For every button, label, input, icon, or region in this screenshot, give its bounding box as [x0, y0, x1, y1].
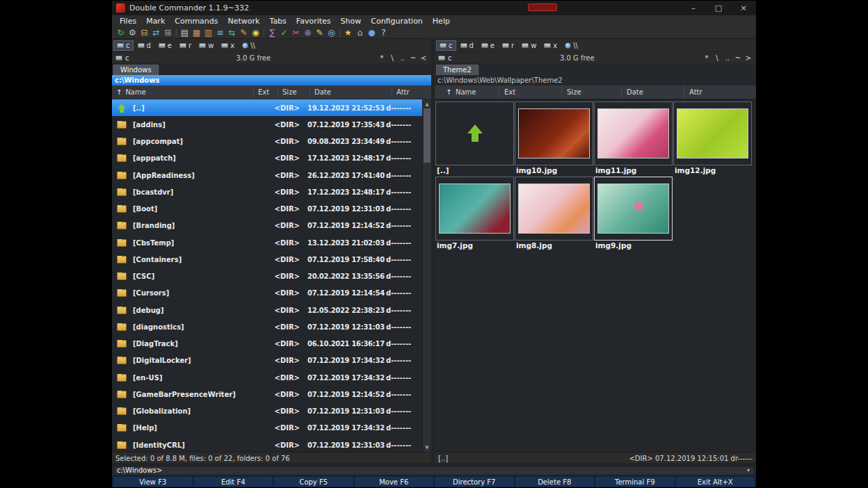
drive-d-button[interactable]: d — [457, 40, 477, 51]
menu-files[interactable]: Files — [115, 17, 141, 26]
fkey-delete-f8-button[interactable]: Delete F8 — [515, 477, 595, 487]
column-header-ext[interactable]: Ext — [254, 86, 278, 99]
fkey-view-f3-button[interactable]: View F3 — [113, 477, 193, 487]
scroll-up-icon[interactable]: ▲ — [423, 99, 431, 108]
left-scrollbar[interactable]: ▲ ▼ — [422, 99, 431, 452]
pack-icon[interactable]: ▦ — [191, 27, 202, 38]
file-row[interactable]: [AppReadiness]<DIR>26.12.2023 17:41:40d-… — [112, 167, 422, 184]
parent-dir-button[interactable]: .. — [399, 54, 407, 62]
home-dir-button[interactable]: ~ — [734, 54, 742, 62]
drive-x-button[interactable]: x — [218, 40, 238, 51]
fkey-terminal-f9-button[interactable]: Terminal F9 — [595, 477, 675, 487]
home-dir-icon[interactable]: ⌂ — [354, 27, 366, 38]
right-path-bar[interactable]: c:\Windows\Web\Wallpaper\Theme2 — [435, 75, 756, 86]
equal-panels-icon[interactable]: ⊞ — [162, 27, 174, 38]
fkey-move-f6-button[interactable]: Move F6 — [355, 477, 434, 487]
copy-names-icon[interactable]: ▤ — [179, 27, 191, 38]
scrollbar-thumb[interactable] — [424, 108, 431, 163]
column-header-ext[interactable]: Ext — [504, 86, 515, 99]
fkey-copy-f5-button[interactable]: Copy F5 — [274, 477, 353, 487]
fkey-exit-alt-x-button[interactable]: Exit Alt+X — [676, 477, 755, 487]
history-forward-button[interactable]: > — [744, 54, 753, 62]
file-row[interactable]: [Branding]<DIR>07.12.2019 12:14:52d-----… — [112, 218, 422, 234]
drive-w-button[interactable]: w — [518, 40, 540, 51]
column-header-name[interactable]: Name — [456, 86, 476, 99]
scroll-down-icon[interactable]: ▼ — [423, 443, 431, 452]
favorites-icon[interactable]: ★ — [342, 27, 354, 38]
directory-tree-icon[interactable]: ⊟ — [138, 27, 150, 38]
thumbnail-cell[interactable]: img11.jpg — [594, 101, 673, 175]
command-line-input[interactable]: c:\Windows> ▾ — [113, 466, 755, 475]
thumbnail-cell[interactable]: img10.jpg — [515, 101, 593, 175]
file-row[interactable]: [CbsTemp]<DIR>13.12.2023 21:02:03d------… — [112, 234, 422, 251]
unpack-icon[interactable]: ▥ — [202, 27, 214, 38]
file-row[interactable]: [Cursors]<DIR>07.12.2019 12:14:54d------… — [112, 285, 422, 302]
file-row[interactable]: [bcastdvr]<DIR>17.12.2023 12:48:17d-----… — [112, 184, 422, 200]
multi-rename-icon[interactable]: ✎ — [238, 27, 250, 38]
drive-network-button[interactable]: \\ — [561, 40, 581, 51]
compare-contents-icon[interactable]: ≡ — [214, 27, 226, 38]
file-row[interactable]: [addins]<DIR>07.12.2019 17:35:43d------- — [112, 116, 422, 133]
drive-w-button[interactable]: w — [195, 40, 217, 51]
drive-x-button[interactable]: x — [540, 40, 561, 51]
thumbnail-cell[interactable]: img12.jpg — [673, 101, 752, 175]
history-back-button[interactable]: < — [419, 54, 428, 62]
drive-c-button[interactable]: c — [113, 40, 134, 51]
thumbnail-cell[interactable]: img8.jpg — [515, 177, 593, 250]
drive-network-button[interactable]: \\ — [239, 40, 259, 51]
menu-help[interactable]: Help — [428, 17, 455, 26]
search-icon[interactable]: ◉ — [250, 27, 262, 38]
menu-show[interactable]: Show — [336, 17, 367, 26]
network-connect-icon[interactable]: ● — [366, 27, 378, 38]
left-current-drive[interactable]: c — [115, 54, 129, 62]
column-header-attr[interactable]: Attr — [689, 86, 702, 99]
refresh-icon[interactable]: ↻ — [115, 27, 127, 38]
file-row[interactable]: [Help]<DIR>07.12.2019 17:34:32d------- — [112, 420, 422, 437]
tab-windows[interactable]: Windows — [113, 65, 159, 75]
home-dir-button[interactable]: ~ — [409, 54, 417, 62]
file-row[interactable]: [Boot]<DIR>07.12.2019 12:31:03d------- — [112, 201, 422, 218]
drive-e-button[interactable]: e — [478, 40, 498, 51]
drive-d-button[interactable]: d — [134, 40, 154, 51]
verify-checksum-icon[interactable]: ✓ — [278, 27, 290, 38]
split-file-icon[interactable]: ✂ — [290, 27, 302, 38]
menu-configuration[interactable]: Configuration — [366, 17, 428, 26]
calc-checksum-icon[interactable]: ∑ — [266, 27, 278, 38]
drive-r-button[interactable]: r — [499, 40, 517, 51]
menu-favorites[interactable]: Favorites — [291, 17, 336, 26]
view-file-icon[interactable]: ◎ — [326, 27, 337, 38]
menu-mark[interactable]: Mark — [141, 17, 170, 26]
select-mask-button[interactable]: * — [378, 54, 386, 62]
title-bar[interactable]: Double Commander 1.1.9~332 –□× — [112, 1, 756, 15]
tab-theme2[interactable]: Theme2 — [436, 65, 479, 75]
file-row[interactable]: [diagnostics]<DIR>07.12.2019 12:31:03d--… — [112, 318, 422, 335]
menu-network[interactable]: Network — [223, 17, 265, 26]
drive-c-button[interactable]: c — [436, 40, 456, 51]
file-row[interactable]: [debug]<DIR>12.05.2022 22:38:23d------- — [112, 302, 422, 318]
maximize-button[interactable]: □ — [706, 1, 731, 15]
thumbnail-cell[interactable]: [..] — [435, 101, 514, 175]
thumbnail-cell[interactable]: img9.jpg — [594, 177, 673, 250]
menu-commands[interactable]: Commands — [170, 17, 223, 26]
minimize-button[interactable]: – — [681, 1, 706, 15]
column-header-size[interactable]: Size — [278, 86, 310, 99]
scrollbar-track[interactable] — [423, 108, 431, 443]
column-header-date[interactable]: Date — [310, 86, 392, 99]
file-row[interactable]: [IdentityCRL]<DIR>07.12.2019 12:31:03d--… — [112, 437, 422, 452]
right-current-drive[interactable]: c — [438, 54, 452, 62]
thumbnail-cell[interactable]: img7.jpg — [435, 177, 514, 250]
combine-files-icon[interactable]: ⊕ — [302, 27, 314, 38]
swap-panels-icon[interactable]: ⇄ — [150, 27, 162, 38]
root-dir-button[interactable]: \ — [388, 54, 396, 62]
menu-tabs[interactable]: Tabs — [264, 17, 291, 26]
column-header-date[interactable]: Date — [627, 86, 643, 99]
file-row[interactable]: [GameBarPresenceWriter]<DIR>07.12.2019 1… — [112, 386, 422, 402]
drive-e-button[interactable]: e — [155, 40, 175, 51]
file-row[interactable]: [Globalization]<DIR>07.12.2019 12:31:03d… — [112, 403, 422, 420]
column-header-name[interactable]: ↑Name — [112, 86, 254, 99]
file-row[interactable]: [CSC]<DIR>20.02.2022 13:35:56d------- — [112, 268, 422, 285]
left-path-bar[interactable]: c:\Windows — [112, 75, 431, 86]
select-mask-button[interactable]: * — [702, 54, 711, 62]
column-header-attr[interactable]: Attr — [392, 86, 431, 99]
file-row[interactable]: [appcompat]<DIR>09.08.2023 23:34:49d----… — [112, 133, 422, 150]
